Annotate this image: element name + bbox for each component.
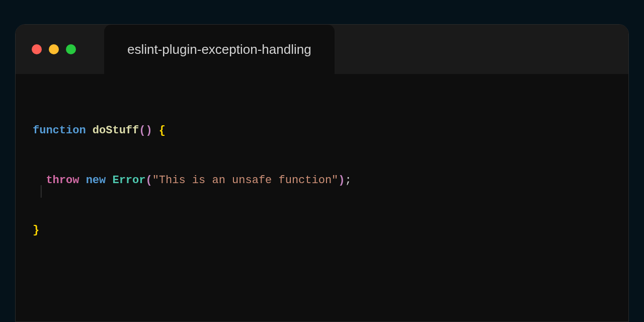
- code-line: }: [31, 222, 628, 238]
- code-line: function doStuff() {: [31, 122, 628, 139]
- traffic-lights: [16, 44, 76, 54]
- code-line: [31, 272, 628, 288]
- minimize-icon[interactable]: [49, 44, 59, 54]
- maximize-icon[interactable]: [66, 44, 76, 54]
- close-icon[interactable]: [32, 44, 42, 54]
- titlebar: eslint-plugin-exception-handling: [16, 25, 628, 74]
- tab-active[interactable]: eslint-plugin-exception-handling: [104, 25, 335, 74]
- code-line: throw new Error("This is an unsafe funct…: [31, 172, 628, 189]
- code-editor[interactable]: function doStuff() { throw new Error("Th…: [16, 74, 628, 322]
- tab-title: eslint-plugin-exception-handling: [127, 42, 311, 57]
- editor-window: eslint-plugin-exception-handling functio…: [15, 24, 629, 322]
